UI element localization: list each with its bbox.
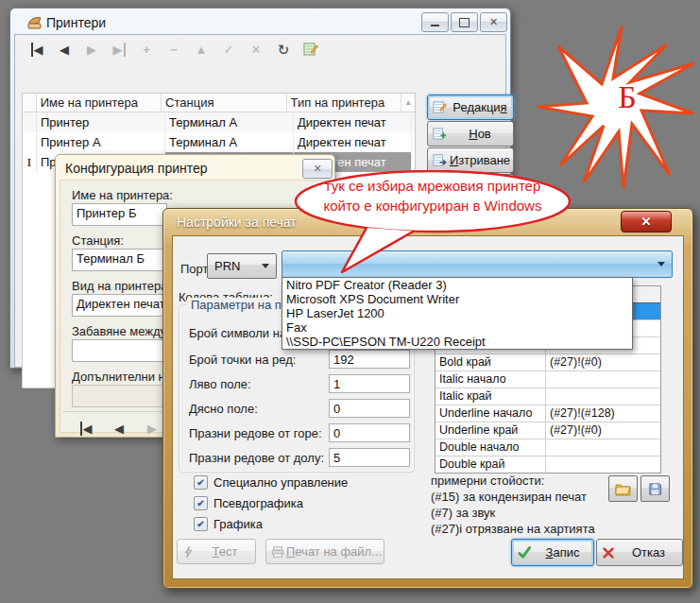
codes-row[interactable]: Italic край bbox=[435, 388, 660, 405]
blank-lines-bottom-label: Празни редове от долу: bbox=[189, 451, 324, 465]
cell[interactable]: Принтер А bbox=[37, 132, 165, 152]
nav-refresh-icon[interactable]: ↻ bbox=[273, 42, 294, 61]
nav-last-icon[interactable]: ▶ bbox=[109, 42, 129, 61]
station-field[interactable]: Терминал Б bbox=[72, 249, 167, 271]
table-row[interactable]: Принтер А Терминал А Директен печат bbox=[23, 132, 415, 152]
printers-window-title: Принтери bbox=[46, 15, 106, 30]
close-icon: ✕ bbox=[641, 215, 652, 229]
codes-row[interactable]: Bold край(#27)!(#0) bbox=[435, 354, 660, 371]
blank-lines-bottom-field[interactable]: 5 bbox=[329, 448, 410, 467]
column-header[interactable]: Станция bbox=[162, 94, 286, 112]
codes-row[interactable]: Underline начало(#27)!(#128) bbox=[435, 405, 660, 422]
blank-lines-top-field[interactable]: 0 bbox=[329, 423, 410, 442]
print-to-file-button[interactable]: Печат на файл... bbox=[265, 539, 384, 564]
nav-cancel-icon[interactable]: ✕ bbox=[246, 42, 266, 61]
minimize-icon bbox=[431, 18, 439, 26]
hint-line: (#15) за кондензиран печат bbox=[431, 489, 587, 505]
new-button[interactable]: Нов bbox=[427, 121, 514, 146]
dots-per-line-field[interactable]: 192 bbox=[329, 350, 410, 369]
nav-insert-icon[interactable]: + bbox=[136, 42, 157, 61]
codes-row[interactable]: Underline край(#27)!(#0) bbox=[435, 422, 660, 439]
port-combo-value: PRN bbox=[208, 259, 240, 273]
dropdown-item[interactable]: HP LaserJet 1200 bbox=[282, 306, 632, 320]
nav-prior-icon[interactable]: ◀ bbox=[54, 42, 75, 61]
close-button[interactable]: ✕ bbox=[480, 12, 507, 32]
checkbox-label[interactable]: Графика bbox=[213, 517, 263, 531]
nav-first-icon[interactable]: ◀ bbox=[79, 421, 93, 438]
checkbox-checked[interactable]: ✔ bbox=[194, 496, 208, 510]
red-x-icon bbox=[602, 546, 615, 560]
minimize-button[interactable] bbox=[421, 12, 449, 32]
station-label: Станция: bbox=[72, 233, 124, 248]
delete-button[interactable]: Изтриване bbox=[427, 147, 514, 173]
codes-row[interactable]: Italic начало bbox=[435, 371, 660, 388]
delete-record-icon bbox=[433, 153, 447, 167]
checkbox-label[interactable]: Псевдографика bbox=[213, 496, 303, 510]
cell[interactable]: Терминал А bbox=[165, 112, 294, 132]
left-margin-field[interactable]: 1 bbox=[329, 374, 410, 393]
hint-line: (#27)i отрязване на хартията bbox=[431, 521, 595, 537]
delete-button-label: Изтриване bbox=[447, 153, 513, 167]
grid-edit-icon[interactable] bbox=[300, 42, 321, 61]
port-combo[interactable]: PRN bbox=[207, 253, 277, 279]
right-margin-label: Дясно поле: bbox=[189, 402, 258, 416]
save-button[interactable]: Запис bbox=[511, 539, 594, 566]
right-margin-field[interactable]: 0 bbox=[329, 399, 410, 418]
dropdown-item[interactable]: Fax bbox=[282, 320, 632, 335]
table-row[interactable]: Принтер Терминал А Директен печат bbox=[23, 112, 415, 132]
nav-post-icon[interactable]: ✓ bbox=[218, 42, 239, 61]
checkmark-icon: ✔ bbox=[196, 477, 204, 489]
scroll-up-icon[interactable]: ▲ bbox=[401, 94, 415, 112]
pseudographics-checkbox-row: ✔ Псевдографика bbox=[194, 496, 303, 510]
test-button[interactable]: Тест bbox=[177, 539, 256, 564]
checkbox-checked[interactable]: ✔ bbox=[194, 517, 208, 531]
cell[interactable]: Директен печат bbox=[294, 132, 412, 152]
printer-type-label: Вид на принтера: bbox=[72, 279, 171, 293]
checkmark-icon: ✔ bbox=[196, 498, 204, 509]
graphics-checkbox-row: ✔ Графика bbox=[194, 517, 263, 531]
print-settings-title: Настройки за печат bbox=[177, 215, 297, 230]
cancel-button[interactable]: Отказ bbox=[596, 539, 683, 566]
green-checkmark-icon bbox=[517, 545, 532, 560]
cell[interactable]: Терминал А bbox=[165, 132, 294, 152]
nav-first-icon[interactable]: ◀ bbox=[26, 42, 47, 61]
edit-button[interactable]: Редакция bbox=[427, 95, 514, 120]
printer-name-field[interactable]: Принтер Б bbox=[72, 203, 167, 226]
nav-prior-icon[interactable]: ◀ bbox=[112, 421, 126, 438]
hint-line: примерни стойости: bbox=[431, 473, 544, 489]
special-control-checkbox-row: ✔ Специално управление bbox=[194, 475, 348, 490]
cell[interactable]: Директен печат bbox=[294, 112, 412, 132]
save-file-button[interactable] bbox=[640, 475, 670, 502]
dots-per-line-label: Брой точки на ред: bbox=[189, 353, 296, 367]
edit-button-label: Редакция bbox=[447, 100, 513, 114]
nav-edit-icon[interactable]: ▲ bbox=[191, 42, 212, 61]
callout-line1: тук се избира мрежовия принтер bbox=[312, 178, 554, 194]
checkbox-checked[interactable]: ✔ bbox=[194, 475, 208, 490]
blank-lines-top-label: Празни редове от горе: bbox=[189, 426, 322, 440]
chevron-down-icon bbox=[657, 262, 665, 267]
codes-row[interactable]: Double край bbox=[435, 457, 660, 473]
printers-table-header: Име на принтера Станция Тип на принтера … bbox=[23, 94, 415, 112]
dropdown-item[interactable]: \\SSD-PC\EPSON TM-U220 Receipt bbox=[282, 335, 632, 349]
star-burst-letter: Б bbox=[610, 79, 644, 115]
callout-line2: който е конфигуриран в Windows bbox=[312, 198, 554, 214]
new-button-label: Нов bbox=[447, 127, 513, 141]
column-header[interactable]: Име на принтера bbox=[37, 94, 162, 112]
printer-type-field[interactable]: Директен печат bbox=[72, 294, 167, 317]
cell[interactable]: Принтер bbox=[37, 112, 165, 132]
nav-next-icon[interactable]: ▶ bbox=[81, 42, 102, 61]
settings-close-button[interactable]: ✕ bbox=[621, 211, 672, 233]
printer-dropdown-list[interactable]: Nitro PDF Creator (Reader 3) Microsoft X… bbox=[282, 277, 633, 350]
nav-delete-icon[interactable]: − bbox=[163, 42, 184, 61]
open-folder-button[interactable] bbox=[608, 475, 638, 502]
checkmark-icon: ✔ bbox=[196, 519, 204, 530]
maximize-button[interactable] bbox=[451, 12, 478, 32]
codes-row[interactable]: Double начало bbox=[435, 439, 660, 457]
nav-next-icon[interactable]: ▶ bbox=[145, 421, 159, 438]
checkbox-label[interactable]: Специално управление bbox=[213, 475, 348, 490]
left-margin-label: Ляво поле: bbox=[189, 377, 251, 391]
edit-grid-icon bbox=[433, 100, 447, 114]
maximize-icon bbox=[459, 18, 470, 27]
dropdown-item[interactable]: Microsoft XPS Document Writer bbox=[282, 292, 632, 306]
column-header[interactable]: Тип на принтера bbox=[287, 94, 402, 112]
